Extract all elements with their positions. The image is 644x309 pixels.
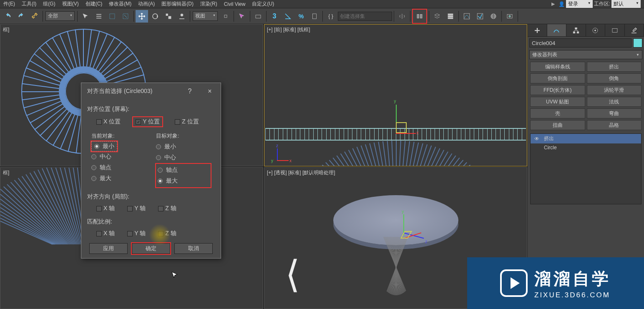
- dialog-close-button[interactable]: ×: [205, 88, 215, 95]
- reference-coord-dropdown[interactable]: 视图: [193, 11, 218, 21]
- menu-tools[interactable]: 工具(I): [18, 0, 40, 8]
- z-position-checkbox[interactable]: Z 位置: [175, 117, 199, 126]
- lattice-button[interactable]: 晶格: [587, 120, 642, 130]
- selection-filter-dropdown[interactable]: 全部: [45, 11, 75, 21]
- current-min-radio[interactable]: 最小: [91, 141, 117, 151]
- named-selection-input[interactable]: [338, 12, 392, 21]
- redo-button[interactable]: [15, 10, 28, 23]
- y-axis-orient-checkbox[interactable]: Y 轴: [127, 205, 146, 212]
- edit-named-selection-button[interactable]: { }: [325, 10, 337, 23]
- menu-graph-editors[interactable]: 图形编辑器(D): [158, 0, 197, 8]
- x-axis-orient-checkbox[interactable]: X 轴: [96, 205, 115, 212]
- snap-toggle-button[interactable]: 3: [268, 10, 281, 23]
- menu-views[interactable]: 视图(V): [59, 0, 82, 8]
- modifier-list-dropdown[interactable]: 修改器列表: [529, 50, 642, 59]
- viewport-front[interactable]: [+] [前] [标准] [线框] document.write(Array.f…: [264, 24, 527, 166]
- ok-button[interactable]: 确定: [132, 243, 170, 254]
- z-axis-orient-checkbox[interactable]: Z 轴: [158, 205, 176, 212]
- keyboard-shortcut-button[interactable]: [252, 10, 264, 23]
- select-and-place-button[interactable]: [176, 10, 188, 23]
- x-axis-scale-checkbox[interactable]: X 轴: [96, 230, 115, 237]
- select-by-name-button[interactable]: [93, 10, 105, 23]
- select-and-move-button[interactable]: [136, 10, 148, 23]
- visibility-icon[interactable]: 👁: [534, 136, 540, 142]
- target-max-radio[interactable]: 最大: [158, 176, 209, 186]
- uvw-map-button[interactable]: UVW 贴图: [530, 97, 585, 107]
- hierarchy-tab[interactable]: [566, 24, 586, 36]
- window-crossing-button[interactable]: [119, 10, 132, 23]
- stack-item-circle[interactable]: Circle: [531, 143, 641, 152]
- edit-spline-button[interactable]: 编辑样条线: [530, 62, 585, 72]
- undo-button[interactable]: [2, 10, 14, 23]
- modify-tab[interactable]: [547, 24, 567, 36]
- select-manipulate-button[interactable]: [236, 10, 248, 23]
- apply-button[interactable]: 应用: [89, 243, 128, 254]
- stack-item-extrude[interactable]: 👁 挤出: [531, 134, 641, 143]
- select-and-rotate-button[interactable]: [149, 10, 161, 23]
- viewport-label-br[interactable]: [+] [透视] [标准] [默认明暗处理]: [267, 169, 335, 176]
- workspace-dropdown[interactable]: 默认: [611, 0, 641, 8]
- checkbox-icon: [127, 231, 133, 236]
- chamfer-button[interactable]: 倒角: [587, 73, 642, 83]
- modifier-stack[interactable]: 👁 挤出 Circle: [530, 133, 641, 204]
- target-pivot-radio[interactable]: 轴点: [158, 165, 209, 176]
- y-position-checkbox[interactable]: Y 位置: [133, 117, 162, 126]
- menu-modifiers[interactable]: 修改器(M): [106, 0, 135, 8]
- create-tab[interactable]: [528, 24, 547, 36]
- curve-editor-button[interactable]: [460, 10, 473, 23]
- viewport-label-tl[interactable]: 框]: [3, 26, 9, 33]
- menu-customize[interactable]: 自定义(U): [249, 0, 277, 8]
- menu-create[interactable]: 创建(C): [82, 0, 106, 8]
- select-object-button[interactable]: [79, 10, 92, 23]
- menu-group[interactable]: 组(G): [40, 0, 58, 8]
- target-min-radio[interactable]: 最小: [156, 141, 211, 152]
- ffd-box-button[interactable]: FFD(长方体): [530, 85, 585, 95]
- chamfer-profile-button[interactable]: 倒角剖面: [530, 73, 585, 83]
- menu-animation[interactable]: 动画(A): [135, 0, 158, 8]
- scroll-right-icon[interactable]: ▶: [550, 1, 556, 7]
- target-center-radio[interactable]: 中心: [156, 152, 211, 163]
- z-axis-scale-checkbox[interactable]: Z 轴: [158, 230, 176, 237]
- select-and-scale-button[interactable]: [162, 10, 175, 23]
- dialog-help-button[interactable]: ?: [185, 88, 195, 95]
- render-setup-button[interactable]: [503, 10, 516, 23]
- viewport-label-bl[interactable]: 框]: [3, 169, 9, 176]
- radio-icon: [91, 176, 96, 181]
- object-color-swatch[interactable]: [633, 38, 642, 48]
- align-button[interactable]: [413, 10, 426, 23]
- x-position-checkbox[interactable]: X 位置: [96, 117, 121, 126]
- cancel-button[interactable]: 取消: [174, 243, 213, 254]
- y-axis-scale-checkbox[interactable]: Y 轴: [127, 230, 146, 237]
- percent-snap-button[interactable]: %: [295, 10, 307, 23]
- menu-rendering[interactable]: 渲染(R): [197, 0, 221, 8]
- material-editor-button[interactable]: [487, 10, 500, 23]
- dialog-titlebar[interactable]: 对齐当前选择 (Circle003) ? ×: [81, 83, 221, 100]
- current-max-radio[interactable]: 最大: [91, 173, 146, 184]
- extrude-button[interactable]: 挤出: [587, 62, 642, 72]
- spinner-snap-button[interactable]: [308, 10, 321, 23]
- current-pivot-radio[interactable]: 轴点: [91, 162, 146, 173]
- angle-snap-button[interactable]: [282, 10, 294, 23]
- utilities-tab[interactable]: [625, 24, 644, 36]
- link-button[interactable]: [28, 10, 41, 23]
- login-dropdown[interactable]: 登录: [566, 0, 593, 8]
- toggle-ribbon-button[interactable]: [444, 10, 457, 23]
- display-tab[interactable]: [605, 24, 625, 36]
- shell-button[interactable]: 壳: [530, 108, 585, 118]
- normal-button[interactable]: 法线: [587, 97, 642, 107]
- mirror-button[interactable]: [396, 10, 408, 23]
- object-name-input[interactable]: [529, 38, 631, 48]
- svg-rect-20: [573, 32, 575, 33]
- schematic-view-button[interactable]: [474, 10, 486, 23]
- use-pivot-center-button[interactable]: [219, 10, 232, 23]
- viewport-label-tr[interactable]: [+] [前] [标准] [线框]: [267, 26, 310, 33]
- menu-civil-view[interactable]: Civil View: [221, 0, 249, 8]
- motion-tab[interactable]: [586, 24, 606, 36]
- twist-button[interactable]: 扭曲: [530, 120, 585, 130]
- rectangular-selection-button[interactable]: [106, 10, 118, 23]
- current-center-radio[interactable]: 中心: [91, 151, 146, 162]
- turbosmooth-button[interactable]: 涡轮平滑: [587, 85, 642, 95]
- menu-file[interactable]: 件(E): [0, 0, 18, 8]
- layer-explorer-button[interactable]: [431, 10, 443, 23]
- bend-button[interactable]: 弯曲: [587, 108, 642, 118]
